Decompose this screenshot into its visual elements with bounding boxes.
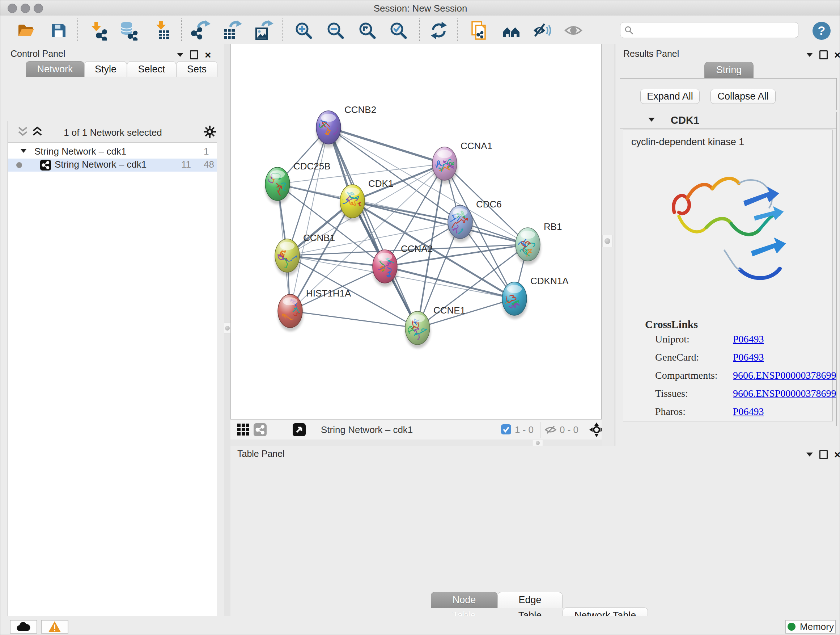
collapse-panel-icon[interactable] bbox=[177, 53, 183, 57]
float-panel-icon[interactable] bbox=[819, 50, 828, 59]
network-edge-CCNB2-RB1[interactable] bbox=[328, 127, 528, 244]
refresh-view-icon[interactable] bbox=[429, 20, 449, 41]
results-actions-box: Expand All Collapse All bbox=[620, 78, 837, 110]
help-button[interactable]: ? bbox=[812, 21, 831, 40]
main-toolbar: ? bbox=[0, 16, 840, 44]
close-panel-icon[interactable]: × bbox=[205, 51, 211, 59]
collection-expand-icon[interactable] bbox=[21, 149, 27, 153]
export-network-icon[interactable] bbox=[191, 20, 211, 41]
close-panel-icon[interactable]: × bbox=[834, 451, 840, 458]
tab-network[interactable]: Network bbox=[26, 61, 84, 77]
save-session-icon[interactable] bbox=[48, 20, 68, 41]
crosslink-value-link[interactable]: P06493 bbox=[733, 352, 764, 363]
protein-card: cyclin-dependent kinase 1 bbox=[623, 130, 833, 421]
network-node-CDC6[interactable] bbox=[448, 205, 473, 243]
search-input[interactable] bbox=[620, 22, 798, 38]
zoom-selected-icon[interactable] bbox=[388, 20, 409, 41]
network-collection-row[interactable]: String Network – cdk1 1 bbox=[8, 146, 217, 158]
collapse-panel-icon[interactable] bbox=[806, 453, 813, 456]
selected-checkbox-icon[interactable] bbox=[501, 424, 511, 434]
network-node-CCNA2[interactable] bbox=[373, 250, 399, 287]
memory-button[interactable]: Memory bbox=[785, 620, 836, 633]
toolbar-divider bbox=[540, 422, 540, 438]
svg-text:?: ? bbox=[818, 24, 826, 37]
tab-edge-table[interactable]: Edge Table bbox=[497, 592, 562, 608]
crosslink-value-link[interactable]: 9606.ENSP00000378699 bbox=[733, 370, 836, 381]
export-table-icon[interactable] bbox=[222, 20, 242, 41]
tab-select[interactable]: Select bbox=[127, 61, 176, 77]
string-style-icon[interactable] bbox=[254, 423, 267, 436]
network-node-CCNE1[interactable] bbox=[405, 311, 431, 348]
control-panel-title: Control Panel bbox=[11, 49, 65, 59]
birds-eye-view-icon[interactable] bbox=[293, 423, 306, 436]
network-edge-HIST1H1A-CCNE1[interactable] bbox=[290, 311, 417, 328]
node-label-CCNB1: CCNB1 bbox=[303, 233, 335, 243]
zoom-fit-icon[interactable] bbox=[357, 20, 377, 41]
open-session-icon[interactable] bbox=[16, 20, 36, 41]
toolbar-separator bbox=[77, 19, 78, 41]
network-view-toolbar: String Network – cdk1 1 - 0 0 - 0 bbox=[231, 419, 602, 440]
crosslink-row: Uniprot:P06493 bbox=[655, 333, 825, 345]
results-panel-title: Results Panel bbox=[623, 49, 679, 59]
collapse-all-button[interactable]: Collapse All bbox=[711, 89, 775, 104]
toolbar-divider bbox=[272, 422, 272, 438]
toolbar-separator bbox=[282, 19, 283, 41]
network-view-canvas[interactable]: CCNB2CCNA1CDC25BCDK1CDC6RB1CCNB1CCNA2CDK… bbox=[231, 44, 602, 419]
float-panel-icon[interactable] bbox=[819, 450, 828, 459]
network-tree: String Network – cdk1 1 String Network –… bbox=[8, 142, 217, 635]
network-node-CDKN1A[interactable] bbox=[499, 282, 527, 319]
edge-count: 48 bbox=[204, 159, 214, 170]
collapse-panel-icon[interactable] bbox=[806, 53, 813, 57]
warnings-button[interactable] bbox=[41, 620, 68, 633]
network-options-gear-icon[interactable] bbox=[203, 125, 216, 138]
tab-string[interactable]: String bbox=[704, 62, 753, 78]
tab-style[interactable]: Style bbox=[84, 61, 127, 77]
table-panel-title: Table Panel bbox=[237, 448, 285, 459]
expand-all-button[interactable]: Expand All bbox=[640, 89, 699, 104]
warning-icon bbox=[48, 621, 61, 632]
crosslink-value-link[interactable]: P06493 bbox=[733, 406, 764, 417]
close-panel-icon[interactable]: × bbox=[834, 51, 840, 59]
export-image-icon[interactable] bbox=[253, 20, 273, 41]
table-panel: Table Panel × bbox=[231, 446, 840, 616]
cloud-button[interactable] bbox=[10, 620, 37, 633]
zoom-out-icon[interactable] bbox=[325, 20, 346, 41]
show-all-icon[interactable] bbox=[563, 20, 584, 41]
node-count: 11 bbox=[181, 159, 191, 170]
import-network-icon[interactable] bbox=[88, 20, 108, 41]
protein-expand-icon[interactable] bbox=[648, 118, 655, 122]
network-node-CCNB1[interactable] bbox=[275, 239, 302, 276]
graphics-detail-grid-icon[interactable] bbox=[237, 423, 250, 436]
home-icon[interactable] bbox=[501, 20, 521, 41]
crosslink-label: GeneCard: bbox=[655, 352, 733, 363]
network-edge-CDKN1A-CCNE1[interactable] bbox=[417, 299, 515, 328]
hide-selected-icon[interactable] bbox=[532, 20, 553, 41]
crosslink-value-link[interactable]: P06493 bbox=[733, 333, 764, 345]
network-row-selected[interactable]: String Network – cdk1 11 48 bbox=[8, 158, 217, 172]
import-table-icon[interactable] bbox=[152, 20, 172, 41]
string-network-icon bbox=[40, 160, 51, 171]
toolbar-separator bbox=[457, 19, 458, 41]
tab-node-table[interactable]: Node Table bbox=[431, 592, 497, 608]
control-panel: Control Panel × NetworkStyleSelectSets 1… bbox=[0, 44, 224, 616]
crosslink-row: Compartments:9606.ENSP00000378699 bbox=[655, 370, 825, 381]
node-label-CDK1: CDK1 bbox=[368, 178, 393, 189]
protein-structure-image bbox=[663, 155, 793, 307]
zoom-in-icon[interactable] bbox=[294, 20, 314, 41]
clone-network-icon[interactable] bbox=[469, 20, 489, 41]
network-node-CCNA1[interactable] bbox=[432, 147, 458, 184]
tab-sets[interactable]: Sets bbox=[176, 61, 218, 77]
network-node-RB1[interactable] bbox=[515, 228, 541, 264]
crosslinks-list: Uniprot:P06493GeneCard:P06493Compartment… bbox=[655, 333, 825, 424]
network-edge-CCNB2-CCNA1[interactable] bbox=[328, 127, 445, 164]
left-splitter[interactable] bbox=[224, 44, 231, 616]
import-database-icon[interactable] bbox=[118, 20, 139, 41]
float-panel-icon[interactable] bbox=[190, 50, 198, 59]
horizontal-splitter[interactable] bbox=[231, 440, 602, 446]
hidden-eye-icon[interactable] bbox=[545, 424, 557, 435]
protein-section: CDK1 cyclin-dependent kinase 1 bbox=[620, 112, 837, 426]
crosslink-label: Compartments: bbox=[655, 370, 733, 381]
crosslink-value-link[interactable]: 9606.ENSP00000378699 bbox=[733, 388, 836, 399]
crosslink-row: Tissues:9606.ENSP00000378699 bbox=[655, 388, 825, 399]
node-label-CCNB2: CCNB2 bbox=[344, 104, 376, 115]
